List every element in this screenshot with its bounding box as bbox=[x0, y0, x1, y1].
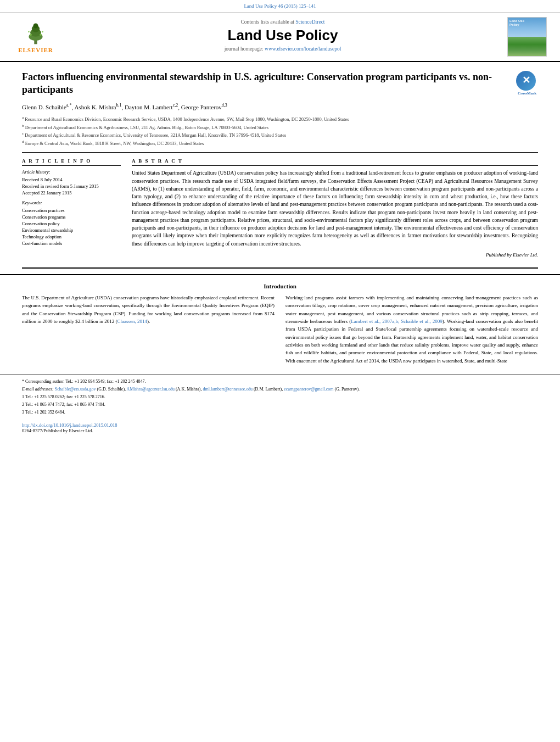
journal-homepage-link[interactable]: www.elsevier.com/locate/landusepol bbox=[265, 46, 341, 52]
svg-point-4 bbox=[33, 23, 38, 28]
journal-reference: Land Use Policy 46 (2015) 125–141 bbox=[244, 3, 316, 9]
email-panterov[interactable]: ecamgpanterov@gmail.com bbox=[284, 387, 333, 392]
article-info-column: A R T I C L E I N F O Article history: R… bbox=[22, 158, 121, 258]
email-lambert[interactable]: dml.lambert@tennessee.edu bbox=[203, 387, 253, 392]
svg-point-6 bbox=[40, 34, 42, 36]
issn-text: 0264-8377/Published by Elsevier Ltd. bbox=[22, 428, 93, 433]
footnote-3: 3 Tel.: +1 202 352 6484. bbox=[22, 409, 538, 416]
crossmark-label: CrossMark bbox=[516, 91, 538, 96]
crossmark-icon: ✕ bbox=[516, 71, 536, 91]
affiliations: a Resource and Rural Economics Division,… bbox=[22, 115, 538, 147]
abstract-column: A B S T R A C T United States Department… bbox=[132, 158, 538, 258]
body-two-columns: The U.S. Department of Agriculture (USDA… bbox=[22, 294, 538, 370]
body-left-column: The U.S. Department of Agriculture (USDA… bbox=[22, 294, 275, 370]
contents-available-line: Contents lists available at ScienceDirec… bbox=[68, 19, 497, 25]
body-right-column: Working-land programs assist farmers wit… bbox=[285, 294, 538, 370]
journal-title: Land Use Policy bbox=[68, 27, 497, 44]
intro-paragraph-2: Working-land programs assist farmers wit… bbox=[285, 294, 538, 365]
sciencedirect-link[interactable]: ScienceDirect bbox=[295, 19, 324, 25]
email-label: E-mail addresses: bbox=[22, 387, 54, 392]
accepted-date: Accepted 22 January 2015 bbox=[22, 190, 121, 196]
keyword-5: Technology adoption bbox=[22, 234, 121, 239]
article-main: Factors influencing environmental stewar… bbox=[0, 62, 560, 263]
svg-point-8 bbox=[42, 31, 43, 32]
revised-date: Received in revised form 5 January 2015 bbox=[22, 183, 121, 189]
journal-header-center: Contents lists available at ScienceDirec… bbox=[66, 17, 500, 57]
keywords-label: Keywords: bbox=[22, 200, 121, 205]
keyword-3: Conservation policy bbox=[22, 221, 121, 226]
published-by: Published by Elsevier Ltd. bbox=[132, 252, 538, 258]
contents-text: Contents lists available at bbox=[240, 19, 294, 25]
journal-cover-image: Land Use Policy bbox=[507, 17, 547, 57]
page: Land Use Policy 46 (2015) 125–141 ELSEVI… bbox=[0, 0, 560, 742]
keyword-4: Environmental stewardship bbox=[22, 227, 121, 233]
crossmark-badge[interactable]: ✕ CrossMark bbox=[516, 71, 538, 93]
svg-point-7 bbox=[28, 31, 30, 32]
body-divider bbox=[22, 267, 538, 269]
footnote-corresponding-text: * Corresponding author. Tel.: +1 202 694… bbox=[22, 379, 145, 384]
elsevier-wordmark: ELSEVIER bbox=[18, 47, 53, 53]
email-schaible[interactable]: Schaible@ers.usda.gov bbox=[55, 387, 96, 392]
homepage-text: journal homepage: bbox=[225, 46, 264, 52]
affiliation-b: b Department of Agricultural Economics &… bbox=[22, 123, 538, 131]
header-divider bbox=[22, 152, 538, 153]
affiliation-a: a Resource and Rural Economics Division,… bbox=[22, 115, 538, 123]
footnote-2: 2 Tel.: +1 865 974 7472; fax: +1 865 974… bbox=[22, 401, 538, 408]
abstract-heading: A B S T R A C T bbox=[132, 158, 538, 166]
doi-area: http://dx.doi.org/10.1016/j.landusepol.2… bbox=[0, 420, 560, 436]
email-mishra[interactable]: AMishra@agcenter.lsu.edu bbox=[127, 387, 175, 392]
article-title: Factors influencing environmental stewar… bbox=[22, 71, 538, 97]
article-title-text: Factors influencing environmental stewar… bbox=[22, 71, 492, 95]
footnote-emails: E-mail addresses: Schaible@ers.usda.gov … bbox=[22, 386, 538, 393]
article-body: Introduction The U.S. Department of Agri… bbox=[0, 274, 560, 375]
svg-point-5 bbox=[30, 34, 32, 36]
journal-reference-bar: Land Use Policy 46 (2015) 125–141 bbox=[0, 0, 560, 13]
keyword-1: Conservation practices bbox=[22, 208, 121, 213]
abstract-text: United States Department of Agriculture … bbox=[132, 169, 538, 248]
claassen-citation[interactable]: Claassen, 2014 bbox=[117, 319, 148, 324]
journal-homepage-line: journal homepage: www.elsevier.com/locat… bbox=[68, 46, 497, 52]
article-info-abstract: A R T I C L E I N F O Article history: R… bbox=[22, 158, 538, 258]
elsevier-logo: ELSEVIER bbox=[11, 17, 60, 57]
article-info-heading: A R T I C L E I N F O bbox=[22, 158, 121, 166]
footnotes: * Corresponding author. Tel.: +1 202 694… bbox=[0, 375, 560, 420]
authors-line: Glenn D. Schaiblea,*, Ashok K. Mishrab,1… bbox=[22, 102, 538, 111]
journal-header: ELSEVIER Contents lists available at Sci… bbox=[0, 13, 560, 62]
article-history-label: Article history: bbox=[22, 169, 121, 175]
keyword-2: Conservation programs bbox=[22, 214, 121, 220]
received-date: Received 8 July 2014 bbox=[22, 177, 121, 182]
keyword-6: Cost-function models bbox=[22, 241, 121, 246]
lambert-citation[interactable]: Lambert et al., 2007a,b; Schaible et al.… bbox=[351, 319, 443, 324]
footnote-corresponding: * Corresponding author. Tel.: +1 202 694… bbox=[22, 378, 538, 385]
footnote-1: 1 Tel.: +1 225 578 0262; fax: +1 225 578… bbox=[22, 394, 538, 400]
affiliation-c: c Department of Agricultural & Resource … bbox=[22, 131, 538, 139]
affiliation-d: d Europe & Central Asia, World Bank, 181… bbox=[22, 139, 538, 147]
intro-paragraph-1: The U.S. Department of Agriculture (USDA… bbox=[22, 294, 275, 326]
elsevier-tree-icon bbox=[19, 21, 52, 46]
doi-link[interactable]: http://dx.doi.org/10.1016/j.landusepol.2… bbox=[22, 422, 117, 428]
introduction-heading: Introduction bbox=[22, 283, 538, 289]
journal-thumbnail: Land Use Policy bbox=[505, 17, 549, 57]
